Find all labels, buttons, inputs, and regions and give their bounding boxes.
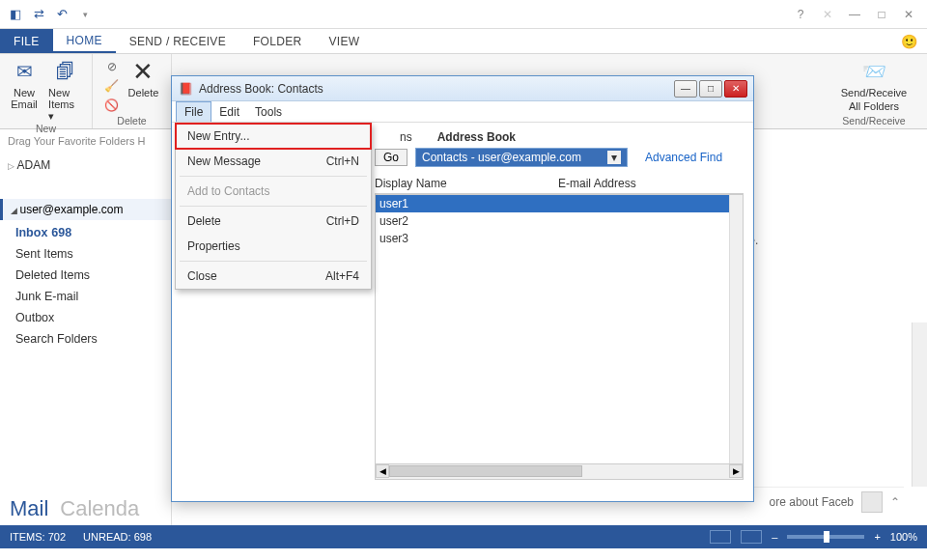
address-book-selector[interactable]: Contacts - user@example.com ▾	[415, 148, 628, 167]
zoom-plus-button[interactable]: +	[874, 531, 880, 543]
go-button[interactable]: Go	[375, 149, 407, 166]
ignore-icon: ⊘	[105, 60, 119, 73]
contact-list: user1 user2 user3	[375, 194, 744, 464]
outlook-icon[interactable]: ◧	[8, 7, 23, 22]
send-receive-qat-icon[interactable]: ⇄	[31, 7, 46, 22]
new-items-button[interactable]: 🗐 New Items ▾	[48, 58, 82, 123]
cleanup-button[interactable]: 🧹	[105, 77, 119, 95]
folder-list: Inbox698 Sent Items Deleted Items Junk E…	[0, 220, 171, 350]
contact-row[interactable]: user3	[376, 230, 743, 247]
ribbon-group-delete: ⊘ 🧹 🚫 ✕ Delete Delete	[93, 54, 172, 128]
new-email-button[interactable]: ✉ New Email	[10, 58, 39, 110]
menu-file[interactable]: File	[176, 101, 211, 122]
new-email-label: New Email	[10, 87, 39, 110]
status-bar: ITEMS: 702 UNREAD: 698 – + 100%	[0, 525, 927, 548]
status-items: ITEMS: 702	[10, 531, 66, 543]
menu-item-delete[interactable]: DeleteCtrl+D	[176, 209, 371, 234]
zoom-minus-button[interactable]: –	[772, 531, 777, 543]
menu-separator	[180, 176, 367, 177]
send-receive-line2: All Folders	[849, 100, 899, 112]
column-display-name[interactable]: Display Name	[375, 177, 558, 190]
folder-inbox[interactable]: Inbox698	[15, 222, 171, 243]
address-book-titlebar[interactable]: 📕 Address Book: Contacts — □ ✕	[172, 76, 753, 101]
qat-dropdown-icon[interactable]: ▾	[77, 7, 93, 22]
address-book-dialog: 📕 Address Book: Contacts — □ ✕ File Edit…	[171, 75, 754, 502]
scroll-left-arrow-icon[interactable]: ◀	[376, 464, 389, 478]
tab-folder[interactable]: FOLDER	[239, 29, 315, 53]
delete-x-icon: ✕	[129, 58, 156, 85]
zoom-slider[interactable]	[787, 535, 864, 539]
ribbon-tabs: FILE HOME SEND / RECEIVE FOLDER VIEW 🙂	[0, 29, 927, 54]
menu-tools[interactable]: Tools	[247, 101, 290, 122]
minimize-button[interactable]: —	[842, 5, 867, 24]
menu-item-close[interactable]: CloseAlt+F4	[176, 264, 371, 289]
help-icon[interactable]: ?	[788, 5, 813, 24]
menu-edit[interactable]: Edit	[211, 101, 247, 122]
send-receive-line1: Send/Receive	[841, 87, 908, 98]
contact-list-hscrollbar[interactable]: ◀ ▶	[375, 464, 744, 480]
scroll-thumb[interactable]	[389, 465, 582, 477]
search-columns-fragment: ns	[400, 130, 412, 144]
nav-mail[interactable]: Mail	[10, 496, 48, 521]
new-items-icon: 🗐	[52, 58, 79, 85]
dialog-close-button[interactable]: ✕	[724, 80, 747, 98]
people-pane-chevron-icon[interactable]: ⌃	[890, 495, 900, 509]
titlebar: ◧ ⇄ ↶ ▾ ? ✕ — □ ✕	[0, 0, 927, 29]
file-dropdown-menu: New Entry... New MessageCtrl+N Add to Co…	[175, 123, 372, 290]
account-header-adam[interactable]: ADAM	[0, 153, 171, 176]
junk-icon: 🚫	[105, 98, 119, 112]
tab-file[interactable]: FILE	[0, 29, 53, 53]
tab-view[interactable]: VIEW	[315, 29, 373, 53]
tab-send-receive[interactable]: SEND / RECEIVE	[116, 29, 239, 53]
navigation-bar: Mail Calenda	[0, 490, 171, 525]
delete-button[interactable]: ✕ Delete	[128, 58, 159, 98]
ribbon-options-icon[interactable]: ✕	[815, 5, 840, 24]
folder-junk[interactable]: Junk E-mail	[15, 286, 171, 307]
zoom-slider-thumb[interactable]	[824, 531, 829, 543]
folder-search-folders[interactable]: Search Folders	[15, 328, 171, 350]
menu-item-new-message[interactable]: New MessageCtrl+N	[176, 149, 371, 174]
ignore-button[interactable]: ⊘	[105, 58, 119, 75]
contact-row[interactable]: user2	[376, 212, 743, 230]
contact-row[interactable]: user1	[376, 195, 743, 212]
ribbon-group-sendreceive-label: Send/Receive	[842, 115, 905, 126]
menu-item-new-entry[interactable]: New Entry...	[176, 124, 371, 149]
scroll-right-arrow-icon[interactable]: ▶	[729, 464, 743, 478]
view-reading-button[interactable]	[741, 530, 762, 544]
junk-button[interactable]: 🚫	[105, 97, 119, 114]
reading-scrollbar[interactable]	[912, 322, 927, 487]
menu-item-properties[interactable]: Properties	[176, 234, 371, 259]
advanced-find-link[interactable]: Advanced Find	[645, 151, 722, 164]
close-button[interactable]: ✕	[896, 5, 921, 24]
menu-separator	[180, 206, 367, 207]
new-items-label: New Items ▾	[48, 87, 82, 123]
reading-footer-text[interactable]: ore about Faceb	[770, 495, 854, 509]
favorites-hint: Drag Your Favorite Folders H	[0, 129, 171, 153]
status-unread: UNREAD: 698	[83, 531, 152, 543]
dialog-maximize-button[interactable]: □	[699, 80, 722, 98]
chevron-down-icon[interactable]: ▾	[607, 151, 621, 164]
address-book-selected-value: Contacts - user@example.com	[422, 151, 581, 164]
column-email-address[interactable]: E-mail Address	[558, 177, 636, 190]
folder-sent-items[interactable]: Sent Items	[15, 243, 171, 265]
menu-item-add-to-contacts: Add to Contacts	[176, 179, 371, 204]
nav-calendar[interactable]: Calenda	[60, 496, 139, 521]
contact-list-scrollbar[interactable]	[729, 195, 743, 463]
send-receive-icon: 📨	[860, 58, 887, 85]
sender-avatar[interactable]	[861, 491, 883, 513]
dialog-minimize-button[interactable]: —	[674, 80, 697, 98]
maximize-button[interactable]: □	[869, 5, 894, 24]
undo-icon[interactable]: ↶	[54, 7, 70, 22]
folder-deleted-items[interactable]: Deleted Items	[15, 265, 171, 286]
account-header-selected[interactable]: user@example.com	[0, 199, 171, 220]
feedback-smiley-icon[interactable]: 🙂	[901, 29, 927, 53]
envelope-icon: ✉	[11, 58, 38, 85]
view-normal-button[interactable]	[710, 530, 731, 544]
folder-pane: Drag Your Favorite Folders H ADAM user@e…	[0, 129, 172, 525]
contact-list-headers: Display Name E-mail Address	[375, 177, 744, 194]
send-receive-all-button[interactable]: 📨 Send/Receive All Folders	[841, 58, 908, 112]
tab-home[interactable]: HOME	[53, 29, 116, 53]
quick-access-toolbar: ◧ ⇄ ↶ ▾	[0, 7, 100, 22]
folder-outbox[interactable]: Outbox	[15, 307, 171, 328]
window-controls: ? ✕ — □ ✕	[788, 5, 927, 24]
